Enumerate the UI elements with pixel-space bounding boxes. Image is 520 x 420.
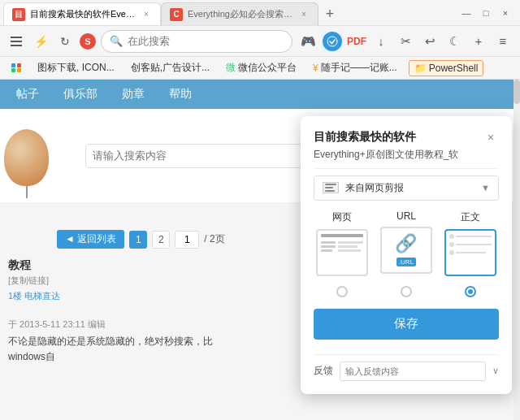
preview-dot [449, 234, 454, 239]
search-engine-icon[interactable]: S [80, 33, 96, 50]
preview-dot3 [449, 250, 454, 255]
preview-left [321, 241, 336, 252]
tab-add-button[interactable]: + [318, 2, 341, 25]
preview-text-line2 [456, 244, 492, 245]
refresh-button[interactable]: ↻ [55, 32, 75, 51]
bookmark-chuangke[interactable]: 创客贴,广告设计... [126, 59, 214, 76]
preview-text-row1 [449, 234, 492, 239]
tab-bar: 目 目前搜索最快的软件Everythi... × C Everything必知必… [3, 0, 458, 25]
tab-inactive[interactable]: C Everything必知必会搜索教程 × [161, 2, 318, 25]
bookmark-label-chuangke: 创客贴,广告设计... [131, 61, 210, 75]
tab-close-1[interactable]: × [141, 9, 152, 20]
close-button[interactable]: × [497, 5, 514, 21]
maximize-button[interactable]: □ [478, 5, 494, 21]
bookmark-suishoji-label: 随手记——记账... [321, 61, 397, 75]
save-button[interactable]: 保存 [314, 309, 499, 340]
source-selector[interactable]: 来自网页剪报 ▼ [314, 175, 499, 201]
page-total-label: / 2页 [204, 232, 224, 246]
format-option-url: URL 🔗 .URL [378, 210, 434, 276]
pdf-icon[interactable]: PDF [346, 31, 367, 52]
bookmark-suishoji[interactable]: ¥ 随手记——记账... [308, 59, 402, 76]
format-option-webpage: 网页 [314, 210, 370, 276]
forum-nav: 帖子 俱乐部 勋章 帮助 [0, 80, 520, 109]
format-options: 网页 [314, 210, 499, 276]
tab-icon-1: 目 [12, 8, 25, 21]
page-num-1[interactable]: 1 [129, 231, 147, 249]
format-preview-text[interactable] [444, 229, 496, 276]
preview-line-sm2 [321, 245, 336, 248]
preview-text-line1 [456, 236, 492, 237]
minimize-button[interactable]: — [458, 5, 474, 21]
preview-line-r1 [338, 241, 363, 244]
toolbar-icons: 🎮 PDF ↓ ✂ ↩ ☾ + ≡ [297, 31, 514, 52]
preview-content-area [321, 241, 363, 252]
search-bar[interactable]: 🔍 [101, 30, 292, 53]
menu-icon[interactable]: ≡ [492, 31, 514, 52]
svg-point-0 [327, 37, 337, 46]
preview-dot2 [449, 242, 454, 247]
format-label-webpage: 网页 [332, 210, 352, 224]
balloon-string [26, 186, 28, 198]
scissors-icon[interactable]: ✂ [395, 31, 416, 52]
forum-nav-posts[interactable]: 帖子 [16, 87, 39, 102]
format-preview-url[interactable]: 🔗 .URL [380, 227, 432, 274]
preview-text-row2 [449, 242, 492, 247]
forum-nav-medals[interactable]: 勋章 [122, 87, 145, 102]
popup-close-button[interactable]: × [483, 129, 499, 145]
balloon-decoration [4, 129, 49, 186]
bookmark-suishoji-icon: ¥ [313, 63, 318, 74]
add-icon[interactable]: + [468, 31, 489, 52]
feedback-label: 反馈 [314, 364, 333, 378]
bookmark-icons-download[interactable]: 图标下载, ICON... [32, 59, 119, 76]
preview-line-r2 [338, 245, 358, 248]
popup-header: 目前搜索最快的软件 Everything+原创图文使用教程_软 × [314, 129, 499, 162]
popup-divider-1 [314, 168, 499, 169]
source-lines-icon [323, 182, 338, 193]
feedback-input[interactable] [340, 362, 486, 381]
forum-nav-help[interactable]: 帮助 [169, 87, 192, 102]
page-num-2[interactable]: 2 [152, 231, 170, 249]
forum-search-input[interactable] [85, 144, 313, 168]
bookmark-item-icons[interactable] [6, 62, 26, 75]
game-icon[interactable]: 🎮 [297, 31, 318, 52]
window-controls: — □ × [458, 5, 517, 21]
preview-text-line3 [456, 252, 485, 253]
download-icon[interactable]: ↓ [370, 31, 392, 52]
page-jump-input[interactable] [175, 231, 199, 249]
address-bar: ⚡ ↻ S 🔍 🎮 PDF ↓ ✂ ↩ ☾ [0, 26, 520, 57]
search-input[interactable] [128, 35, 284, 47]
back-to-list-button[interactable]: ◄ 返回列表 [57, 230, 124, 249]
night-mode-icon[interactable]: ☾ [444, 31, 465, 52]
url-link-icon: 🔗 [395, 233, 417, 254]
tab-close-2[interactable]: × [298, 9, 310, 20]
scrollbar[interactable] [514, 80, 520, 420]
bookmark-folder-icon: 📁 [414, 63, 427, 74]
popup-dialog: 目前搜索最快的软件 Everything+原创图文使用教程_软 × 来自网页剪报… [301, 116, 512, 394]
popup-subtitle: Everything+原创图文使用教程_软 [314, 148, 458, 162]
pagination-bar: ◄ 返回列表 1 2 / 2页 [57, 230, 225, 249]
title-bar: 目 目前搜索最快的软件Everythi... × C Everything必知必… [0, 0, 520, 26]
forum-nav-club[interactable]: 俱乐部 [63, 87, 98, 102]
scrollbar-thumb[interactable] [514, 80, 520, 104]
flash-icon[interactable]: ⚡ [31, 32, 50, 51]
browser-frame: 目 目前搜索最快的软件Everythi... × C Everything必知必… [0, 0, 520, 420]
tutorial-tag: [复制链接] [8, 275, 248, 287]
sidebar-toggle-button[interactable] [6, 32, 26, 51]
bookmark-wechat[interactable]: 微 微信公众平台 [221, 59, 301, 76]
format-preview-webpage[interactable] [316, 229, 368, 276]
radio-text-circle[interactable] [465, 286, 476, 297]
clip-tool-icon[interactable] [322, 31, 343, 52]
tab-active[interactable]: 目 目前搜索最快的软件Everythi... × [3, 2, 161, 25]
bookmark-powershell[interactable]: 📁 PowerShell [409, 60, 484, 76]
preview-line [321, 234, 363, 237]
radio-url-circle[interactable] [401, 286, 412, 297]
bookmarks-bar: 图标下载, ICON... 创客贴,广告设计... 微 微信公众平台 ¥ 随手记… [0, 57, 520, 80]
tab-icon-2: C [170, 8, 183, 21]
radio-webpage [314, 286, 370, 297]
feedback-arrow-icon: ∨ [492, 366, 499, 376]
radio-url [378, 286, 434, 297]
feedback-row: 反馈 ∨ [314, 362, 499, 381]
source-dropdown-icon: ▼ [481, 183, 490, 193]
undo-icon[interactable]: ↩ [419, 31, 440, 52]
radio-webpage-circle[interactable] [336, 286, 348, 297]
